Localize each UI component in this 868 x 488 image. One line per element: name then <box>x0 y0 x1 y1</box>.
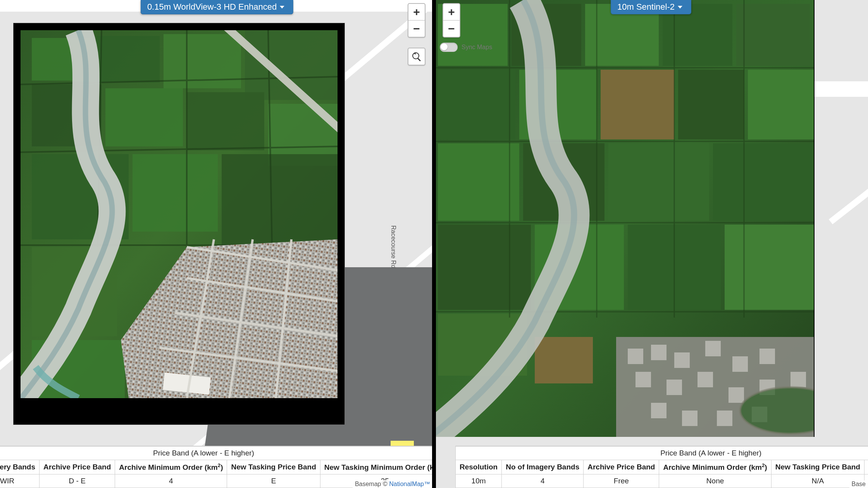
imagery-compare-app: Racecourse Rd <box>0 0 868 488</box>
dropdown-label: 0.15m WorldView-3 HD Enhanced <box>147 3 277 11</box>
col-task-min: New Tasking Minimum Order (km2) <box>320 460 434 474</box>
basemap-credit: Basemap © NationalMap™ <box>353 480 432 488</box>
svg-rect-47 <box>608 143 709 221</box>
svg-rect-70 <box>636 372 651 387</box>
table-row: 10m 4 Free None N/A N/A <box>456 474 868 488</box>
table-super-header: Price Band (A lower - E higher) <box>0 446 434 460</box>
sync-maps-row: Sync Maps <box>440 43 492 52</box>
col-archive-min: Archive Minimum Order (km2) <box>659 460 771 474</box>
zoom-to-extent-button[interactable]: + <box>408 48 425 65</box>
credit-link[interactable]: NationalMap™ <box>389 481 430 487</box>
svg-rect-39 <box>736 4 810 66</box>
svg-rect-7 <box>94 36 160 82</box>
svg-rect-11 <box>105 88 183 146</box>
col-task-min: New Tasking Minimum Ord <box>864 460 868 474</box>
col-task-price: New Tasking Price Band <box>771 460 864 474</box>
svg-rect-68 <box>732 356 748 372</box>
svg-rect-69 <box>760 349 775 364</box>
svg-rect-76 <box>651 403 666 418</box>
svg-rect-15 <box>133 154 218 232</box>
road-label: Racecourse Rd <box>390 225 397 268</box>
map-controls: + − <box>443 3 460 38</box>
svg-rect-54 <box>535 337 593 383</box>
zoom-in-button[interactable]: + <box>443 3 460 21</box>
svg-rect-67 <box>705 341 721 356</box>
col-imagery-bands: No of Imagery Bands <box>502 460 584 474</box>
svg-rect-52 <box>725 225 814 310</box>
sync-maps-toggle[interactable] <box>440 43 458 52</box>
basemap-credit: Base <box>849 480 868 488</box>
sync-maps-label: Sync Maps <box>462 44 492 51</box>
caret-down-icon <box>678 6 682 9</box>
col-imagery-bands: No of Imagery Bands <box>0 460 40 474</box>
imagery-swatch-left[interactable] <box>13 23 345 425</box>
comparison-table-right: Price Band (A lower - E higher) Resoluti… <box>455 446 868 488</box>
col-archive-price: Archive Price Band <box>40 460 115 474</box>
svg-rect-43 <box>678 70 744 139</box>
imagery-source-dropdown[interactable]: 0.15m WorldView-3 HD Enhanced <box>141 0 293 14</box>
svg-rect-78 <box>717 411 732 426</box>
svg-rect-75 <box>790 372 806 387</box>
caret-down-icon <box>280 6 284 9</box>
col-archive-price: Archive Price Band <box>584 460 659 474</box>
svg-rect-40 <box>438 70 515 139</box>
zoom-out-button[interactable]: − <box>443 21 460 38</box>
svg-rect-64 <box>628 349 643 364</box>
zoom-out-button[interactable]: − <box>408 21 425 38</box>
svg-rect-12 <box>187 92 264 150</box>
imagery-source-dropdown[interactable]: 10m Sentinel-2 <box>611 0 691 14</box>
svg-rect-71 <box>666 380 682 395</box>
svg-rect-48 <box>713 143 814 221</box>
svg-rect-45 <box>438 143 519 221</box>
col-task-price: New Tasking Price Band <box>227 460 320 474</box>
left-pane[interactable]: Racecourse Rd <box>0 0 434 488</box>
col-resolution: Resolution <box>456 460 502 474</box>
map-controls: + − + <box>408 3 425 65</box>
svg-rect-77 <box>682 411 698 426</box>
svg-rect-72 <box>698 372 713 387</box>
magnifier-plus-icon: + <box>412 52 421 61</box>
right-pane[interactable]: 10m Sentinel-2 + − Sync Maps Price Band … <box>434 0 868 488</box>
zoom-control: + − <box>408 3 425 38</box>
table-super-header: Price Band (A lower - E higher) <box>456 446 868 460</box>
imagery-swatch-right[interactable] <box>434 0 815 437</box>
svg-rect-65 <box>651 345 666 360</box>
zoom-control: + − <box>443 3 460 38</box>
dropdown-label: 10m Sentinel-2 <box>617 3 675 11</box>
svg-rect-73 <box>728 387 744 403</box>
svg-rect-16 <box>222 154 338 247</box>
svg-rect-49 <box>438 225 531 310</box>
col-archive-min: Archive Minimum Order (km2) <box>115 460 227 474</box>
svg-rect-66 <box>674 352 690 368</box>
svg-rect-42 <box>601 70 674 139</box>
svg-rect-44 <box>748 70 814 139</box>
zoom-in-button[interactable]: + <box>408 3 425 21</box>
